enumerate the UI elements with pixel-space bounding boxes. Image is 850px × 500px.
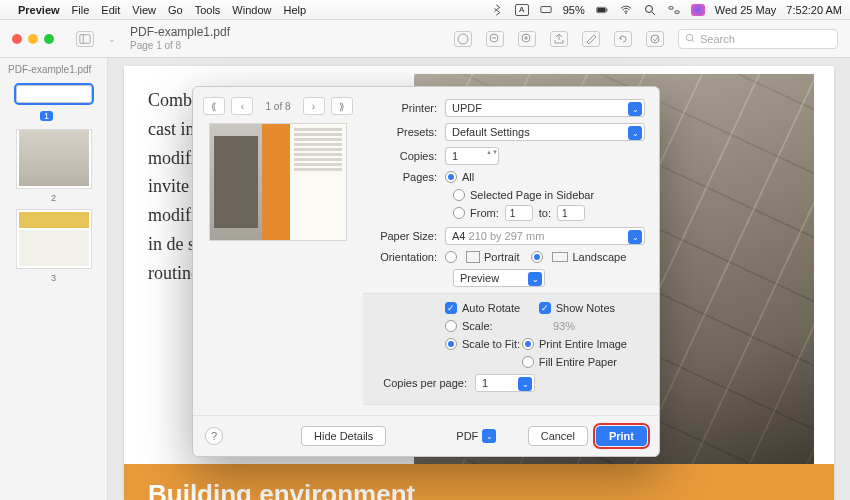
prev-page-button[interactable]: ‹ bbox=[231, 97, 253, 115]
markup-button[interactable] bbox=[646, 31, 664, 47]
zoom-in-button[interactable] bbox=[518, 31, 536, 47]
sidebar-title: PDF-example1.pdf bbox=[6, 64, 101, 79]
battery-icon[interactable] bbox=[595, 4, 609, 16]
menu-tools[interactable]: Tools bbox=[195, 4, 221, 16]
page-number-1: 1 bbox=[40, 111, 53, 121]
landscape-label: Landscape bbox=[572, 251, 626, 263]
fill-entire-label: Fill Entire Paper bbox=[539, 356, 617, 368]
menu-window[interactable]: Window bbox=[232, 4, 271, 16]
from-field[interactable]: 1 bbox=[505, 205, 533, 221]
menu-go[interactable]: Go bbox=[168, 4, 183, 16]
minimize-window[interactable] bbox=[28, 34, 38, 44]
section-select[interactable]: Preview⌄ bbox=[453, 269, 545, 287]
pages-selected-radio[interactable] bbox=[453, 189, 465, 201]
print-entire-radio[interactable] bbox=[522, 338, 534, 350]
menu-edit[interactable]: Edit bbox=[101, 4, 120, 16]
first-page-button[interactable]: ⟪ bbox=[203, 97, 225, 115]
page-number-3: 3 bbox=[6, 273, 101, 283]
thumbnail-sidebar: PDF-example1.pdf 1 2 3 bbox=[0, 58, 108, 500]
last-page-button[interactable]: ⟫ bbox=[331, 97, 353, 115]
portrait-label: Portrait bbox=[484, 251, 519, 263]
pages-range-radio[interactable] bbox=[453, 207, 465, 219]
pages-all-radio[interactable] bbox=[445, 171, 457, 183]
copies-per-page-select[interactable]: 1⌄ bbox=[475, 374, 535, 392]
svg-point-4 bbox=[625, 12, 627, 14]
pdf-menu[interactable]: PDF⌄ bbox=[456, 429, 496, 443]
pages-selected-label: Selected Page in Sidebar bbox=[470, 189, 594, 201]
title-text: PDF-example1.pdf bbox=[130, 26, 230, 39]
to-field[interactable]: 1 bbox=[557, 205, 585, 221]
search-field[interactable]: Search bbox=[678, 29, 838, 49]
scale-label: Scale: bbox=[462, 320, 493, 332]
portrait-radio[interactable] bbox=[445, 251, 457, 263]
window-controls[interactable] bbox=[12, 34, 54, 44]
scale-radio[interactable] bbox=[445, 320, 457, 332]
rotate-button[interactable] bbox=[614, 31, 632, 47]
headline-band: Building environment bbox=[124, 464, 834, 500]
landscape-radio[interactable] bbox=[531, 251, 543, 263]
search-placeholder: Search bbox=[700, 33, 735, 45]
bluetooth-icon[interactable] bbox=[491, 4, 505, 16]
wifi-icon[interactable] bbox=[619, 4, 633, 16]
to-label: to: bbox=[539, 207, 551, 219]
fill-entire-radio[interactable] bbox=[522, 356, 534, 368]
menubar-time[interactable]: 7:52:20 AM bbox=[786, 4, 842, 16]
pages-all-label: All bbox=[462, 171, 474, 183]
page-thumb-3[interactable] bbox=[16, 209, 92, 269]
preview-panel: Auto Rotate Show Notes Scale: 93% Scale … bbox=[363, 293, 659, 405]
menu-file[interactable]: File bbox=[72, 4, 90, 16]
zoom-window[interactable] bbox=[44, 34, 54, 44]
sidebar-dropdown-icon[interactable]: ⌄ bbox=[108, 34, 116, 44]
menu-view[interactable]: View bbox=[132, 4, 156, 16]
menu-help[interactable]: Help bbox=[283, 4, 306, 16]
page-thumb-1[interactable] bbox=[16, 85, 92, 103]
hide-details-button[interactable]: Hide Details bbox=[301, 426, 386, 446]
page-indicator: 1 of 8 bbox=[265, 101, 290, 112]
control-center-icon[interactable] bbox=[667, 4, 681, 16]
window-toolbar: ⌄ PDF-example1.pdf Page 1 of 8 Search bbox=[0, 20, 850, 58]
app-menu[interactable]: Preview bbox=[18, 4, 60, 16]
svg-rect-0 bbox=[541, 6, 551, 12]
next-page-button[interactable]: › bbox=[303, 97, 325, 115]
sidebar-toggle[interactable] bbox=[76, 31, 94, 47]
svg-point-5 bbox=[645, 5, 652, 12]
info-button[interactable] bbox=[454, 31, 472, 47]
display-icon[interactable] bbox=[539, 4, 553, 16]
paper-size-select[interactable]: A4 210 by 297 mm⌄ bbox=[445, 227, 645, 245]
spotlight-icon[interactable] bbox=[643, 4, 657, 16]
cancel-button[interactable]: Cancel bbox=[528, 426, 588, 446]
svg-rect-6 bbox=[669, 6, 673, 9]
copies-per-page-label: Copies per page: bbox=[367, 377, 475, 389]
landscape-icon bbox=[552, 252, 568, 262]
portrait-icon bbox=[466, 251, 480, 263]
close-window[interactable] bbox=[12, 34, 22, 44]
copies-stepper[interactable]: 1▲▼ bbox=[445, 147, 499, 165]
orientation-label: Orientation: bbox=[367, 251, 445, 263]
scale-to-fit-radio[interactable] bbox=[445, 338, 457, 350]
document-title: PDF-example1.pdf Page 1 of 8 bbox=[130, 26, 230, 50]
page-number-2: 2 bbox=[6, 193, 101, 203]
zoom-out-button[interactable] bbox=[486, 31, 504, 47]
from-label: From: bbox=[470, 207, 499, 219]
paper-size-label: Paper Size: bbox=[367, 230, 445, 242]
svg-rect-7 bbox=[675, 10, 679, 13]
menubar: Preview File Edit View Go Tools Window H… bbox=[0, 0, 850, 20]
print-entire-label: Print Entire Image bbox=[539, 338, 627, 350]
svg-point-12 bbox=[651, 35, 659, 43]
keyboard-input-icon[interactable]: A bbox=[515, 4, 529, 16]
print-button[interactable]: Print bbox=[596, 426, 647, 446]
page-subtitle: Page 1 of 8 bbox=[130, 40, 230, 51]
highlight-button[interactable] bbox=[582, 31, 600, 47]
siri-icon[interactable] bbox=[691, 4, 705, 16]
menubar-date[interactable]: Wed 25 May bbox=[715, 4, 777, 16]
presets-label: Presets: bbox=[367, 126, 445, 138]
auto-rotate-check[interactable] bbox=[445, 302, 457, 314]
share-button[interactable] bbox=[550, 31, 568, 47]
presets-select[interactable]: Default Settings⌄ bbox=[445, 123, 645, 141]
show-notes-check[interactable] bbox=[539, 302, 551, 314]
help-button[interactable]: ? bbox=[205, 427, 223, 445]
page-thumb-2[interactable] bbox=[16, 129, 92, 189]
printer-select[interactable]: UPDF⌄ bbox=[445, 99, 645, 117]
svg-rect-8 bbox=[80, 34, 90, 43]
copies-label: Copies: bbox=[367, 150, 445, 162]
